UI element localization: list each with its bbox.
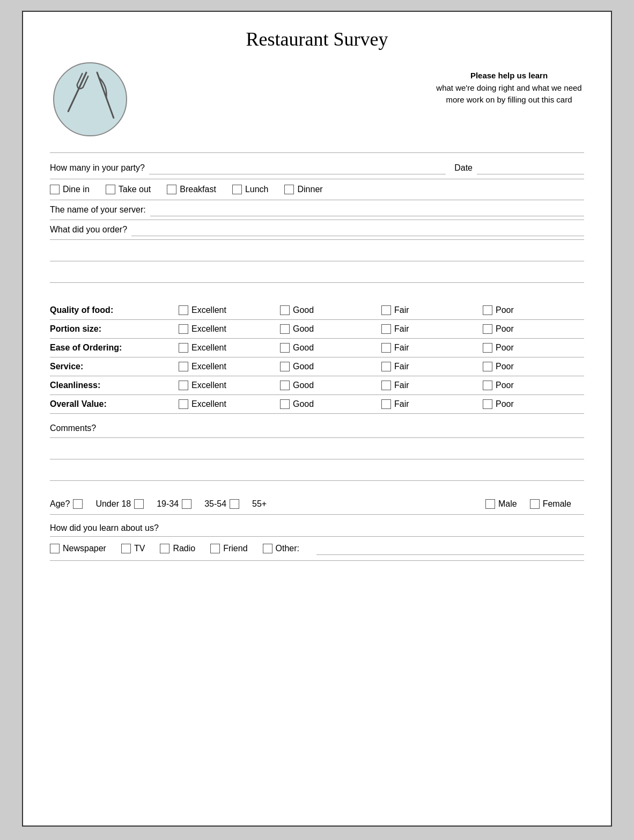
checkbox-value-poor[interactable]	[483, 399, 492, 409]
server-fill	[150, 203, 584, 216]
checkbox-ordering-poor[interactable]	[483, 343, 492, 353]
label-cleanliness-poor: Poor	[496, 381, 514, 390]
learn-options-row: Newspaper TV Radio Friend Other:	[50, 537, 584, 561]
rating-options-value: Excellent Good Fair Poor	[179, 399, 584, 409]
order-row: What did you order?	[50, 220, 584, 240]
checkbox-cleanliness-poor[interactable]	[483, 381, 492, 390]
tagline-text: Please help us learn what we're doing ri…	[434, 70, 584, 106]
checkbox-cleanliness-excellent[interactable]	[179, 381, 188, 390]
checkbox-food-good[interactable]	[280, 305, 290, 315]
age-35-54-label: 35-54	[204, 499, 226, 509]
checkbox-cleanliness-fair[interactable]	[381, 381, 391, 390]
rating-row-value: Overall Value: Excellent Good Fair Poor	[50, 395, 584, 414]
label-food-good: Good	[293, 305, 314, 315]
checkbox-ordering-fair[interactable]	[381, 343, 391, 353]
header-section: Please help us learn what we're doing ri…	[50, 59, 584, 142]
checkbox-service-excellent[interactable]	[179, 362, 188, 371]
checkbox-value-fair[interactable]	[381, 399, 391, 409]
checkbox-other[interactable]	[263, 544, 272, 553]
rating-options-portion: Excellent Good Fair Poor	[179, 324, 584, 334]
spacer-1	[50, 285, 584, 296]
rating-label-ordering: Ease of Ordering:	[50, 343, 179, 353]
learn-how-row: How did you learn about us?	[50, 520, 584, 537]
label-ordering-fair: Fair	[394, 343, 409, 353]
checkbox-dine-in[interactable]	[50, 185, 60, 194]
rating-row-portion: Portion size: Excellent Good Fair Poor	[50, 320, 584, 339]
checkbox-service-poor[interactable]	[483, 362, 492, 371]
cb-dine-in: Dine in	[50, 185, 90, 194]
label-value-fair: Fair	[394, 399, 409, 409]
checkbox-35-54[interactable]	[182, 499, 191, 509]
label-portion-poor: Poor	[496, 324, 514, 334]
date-fill	[477, 162, 584, 174]
cb-lunch-label: Lunch	[245, 185, 269, 194]
opt-ordering-poor: Poor	[483, 343, 584, 353]
extra-line-1	[50, 242, 584, 261]
server-label: The name of your server:	[50, 205, 146, 215]
learn-newspaper: Newspaper	[50, 544, 106, 553]
age-55plus-label: 55+	[252, 499, 267, 509]
checkbox-portion-good[interactable]	[280, 324, 290, 334]
label-service-good: Good	[293, 362, 314, 371]
other-fill	[316, 542, 584, 555]
checkbox-cleanliness-good[interactable]	[280, 381, 290, 390]
checkbox-value-good[interactable]	[280, 399, 290, 409]
checkbox-dinner[interactable]	[284, 185, 294, 194]
checkbox-food-excellent[interactable]	[179, 305, 188, 315]
checkbox-tv[interactable]	[121, 544, 131, 553]
checkbox-food-poor[interactable]	[483, 305, 492, 315]
opt-value-fair: Fair	[381, 399, 483, 409]
age-19-34: 19-34	[157, 499, 191, 509]
checkbox-value-excellent[interactable]	[179, 399, 188, 409]
tagline-area: Please help us learn what we're doing ri…	[157, 59, 584, 106]
learn-other: Other:	[263, 544, 299, 553]
checkbox-food-fair[interactable]	[381, 305, 391, 315]
rating-options-food: Excellent Good Fair Poor	[179, 305, 584, 315]
checkbox-19-34[interactable]	[134, 499, 144, 509]
checkbox-portion-fair[interactable]	[381, 324, 391, 334]
label-service-excellent: Excellent	[191, 362, 226, 371]
checkbox-portion-excellent[interactable]	[179, 324, 188, 334]
party-fill	[149, 162, 446, 174]
divider-1	[50, 152, 584, 153]
checkbox-female[interactable]	[530, 499, 540, 509]
checkbox-service-good[interactable]	[280, 362, 290, 371]
learn-radio-label: Radio	[173, 544, 195, 553]
checkbox-ordering-excellent[interactable]	[179, 343, 188, 353]
gender-female: Female	[530, 499, 571, 509]
learn-section: How did you learn about us? Newspaper TV…	[50, 520, 584, 561]
learn-newspaper-label: Newspaper	[63, 544, 106, 553]
age-row: Age? Under 18 19-34 35-54 55+ Male Femal…	[50, 494, 584, 515]
checkbox-under18[interactable]	[73, 499, 83, 509]
rating-row-cleanliness: Cleanliness: Excellent Good Fair Poor	[50, 376, 584, 395]
checkbox-breakfast[interactable]	[167, 185, 176, 194]
label-portion-fair: Fair	[394, 324, 409, 334]
checkbox-radio[interactable]	[160, 544, 169, 553]
comments-label: Comments?	[50, 423, 96, 433]
svg-point-0	[54, 63, 127, 136]
opt-value-good: Good	[280, 399, 381, 409]
gender-male-label: Male	[498, 499, 517, 509]
checkbox-55plus[interactable]	[230, 499, 239, 509]
opt-value-excellent: Excellent	[179, 399, 280, 409]
checkbox-ordering-good[interactable]	[280, 343, 290, 353]
logo-area	[50, 59, 157, 142]
opt-food-excellent: Excellent	[179, 305, 280, 315]
age-55plus: 55+	[252, 499, 267, 509]
meal-type-row: Dine in Take out Breakfast Lunch Dinner	[50, 179, 584, 200]
label-service-poor: Poor	[496, 362, 514, 371]
rating-label-portion: Portion size:	[50, 324, 179, 334]
checkbox-take-out[interactable]	[106, 185, 115, 194]
checkbox-friend[interactable]	[210, 544, 220, 553]
label-service-fair: Fair	[394, 362, 409, 371]
checkbox-newspaper[interactable]	[50, 544, 60, 553]
rating-section: Quality of food: Excellent Good Fair Poo…	[50, 301, 584, 414]
checkbox-male[interactable]	[485, 499, 495, 509]
rating-options-cleanliness: Excellent Good Fair Poor	[179, 381, 584, 390]
checkbox-portion-poor[interactable]	[483, 324, 492, 334]
opt-portion-fair: Fair	[381, 324, 483, 334]
rating-label-cleanliness: Cleanliness:	[50, 381, 179, 390]
cb-lunch: Lunch	[232, 185, 269, 194]
checkbox-lunch[interactable]	[232, 185, 242, 194]
checkbox-service-fair[interactable]	[381, 362, 391, 371]
